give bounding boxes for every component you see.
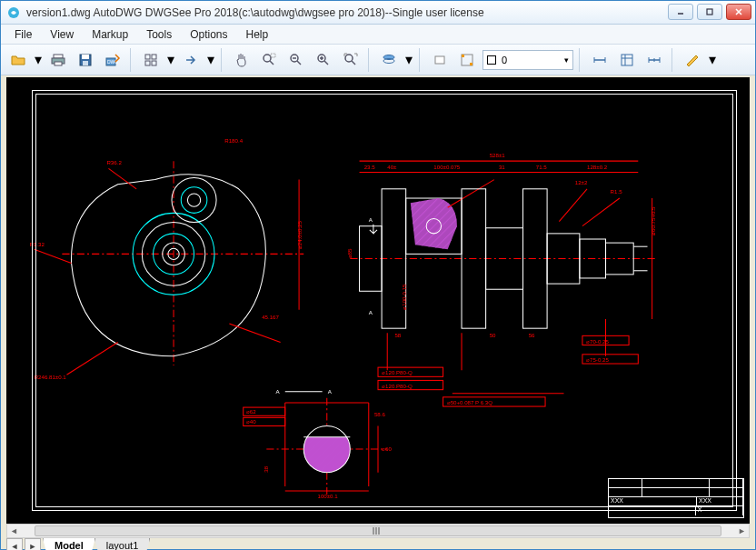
maximize-button[interactable] — [697, 4, 722, 20]
layer-combo-value: 0 — [496, 55, 564, 65]
pan-button[interactable] — [230, 48, 254, 72]
layers-dropdown[interactable]: ▾ — [404, 51, 413, 68]
app-icon — [6, 5, 21, 20]
close-button[interactable] — [726, 4, 751, 20]
drawing-frame-inner — [35, 94, 733, 507]
rectangle-button[interactable] — [428, 48, 452, 72]
export-dwg-button[interactable]: DWG — [101, 48, 124, 72]
svg-rect-11 — [145, 55, 150, 59]
titlebar: version1.dwg AutoDWG DWGSee Pro 2018(c:\… — [1, 1, 755, 25]
drawing-canvas[interactable]: R1.32 R36.2 45.167 R246.81±0.1 R180.4 ⌀2… — [6, 77, 750, 524]
layout-tabs: ◄ ► Model layout1 — [6, 536, 750, 550]
view-dropdown[interactable]: ▾ — [166, 51, 175, 68]
svg-line-26 — [352, 61, 355, 65]
layer-color-swatch — [487, 55, 496, 65]
menu-help[interactable]: Help — [238, 26, 277, 43]
svg-rect-36 — [622, 55, 632, 65]
window-title: version1.dwg AutoDWG DWGSee Pro 2018(c:\… — [26, 6, 668, 19]
svg-line-24 — [324, 61, 328, 65]
measure-area-button[interactable] — [615, 48, 639, 72]
svg-rect-5 — [55, 62, 62, 65]
svg-point-25 — [345, 55, 353, 62]
toolbar: ▾ DWG ▾ ▾ ▾ 0 ▾ ▾ — [1, 45, 755, 75]
svg-rect-2 — [707, 9, 712, 15]
svg-rect-8 — [83, 61, 88, 65]
minimize-button[interactable] — [668, 4, 693, 20]
markup-button[interactable] — [681, 48, 704, 72]
svg-rect-14 — [152, 61, 156, 65]
menubar: File View Markup Tools Options Help — [1, 25, 755, 45]
svg-point-15 — [264, 55, 271, 62]
thumbnail-view-button[interactable] — [139, 48, 163, 72]
menu-file[interactable]: File — [6, 26, 40, 43]
titleblock-field-2: XXX — [697, 497, 743, 505]
zoom-in-button[interactable] — [312, 48, 335, 72]
svg-rect-17 — [271, 54, 275, 57]
zoom-window-button[interactable] — [257, 48, 281, 72]
menu-markup[interactable]: Markup — [84, 26, 136, 43]
svg-rect-12 — [152, 55, 156, 59]
zoom-extents-button[interactable] — [339, 48, 363, 72]
tab-model[interactable]: Model — [43, 538, 95, 550]
snap-button[interactable] — [455, 48, 479, 72]
svg-rect-32 — [470, 63, 472, 65]
svg-line-20 — [297, 61, 301, 65]
svg-rect-13 — [145, 61, 150, 65]
menu-view[interactable]: View — [42, 26, 82, 43]
tab-prev-button[interactable]: ◄ — [6, 538, 23, 550]
scroll-thumb[interactable] — [35, 525, 721, 536]
tab-layout1[interactable]: layout1 — [94, 538, 150, 550]
menu-options[interactable]: Options — [182, 26, 235, 43]
print-button[interactable] — [46, 48, 70, 72]
open-button[interactable] — [6, 48, 30, 72]
app-window: version1.dwg AutoDWG DWGSee Pro 2018(c:\… — [0, 0, 756, 550]
tab-next-button[interactable]: ► — [25, 538, 41, 550]
menu-tools[interactable]: Tools — [138, 26, 180, 43]
svg-rect-31 — [462, 55, 464, 57]
measure-total-button[interactable] — [642, 48, 666, 72]
zoom-out-button[interactable] — [284, 48, 308, 72]
svg-line-16 — [270, 61, 274, 65]
canvas-area: R1.32 R36.2 45.167 R246.81±0.1 R180.4 ⌀2… — [1, 75, 755, 549]
layer-combo[interactable]: 0 ▾ — [482, 50, 573, 70]
markup-dropdown[interactable]: ▾ — [708, 51, 717, 68]
open-dropdown[interactable]: ▾ — [34, 51, 43, 68]
titleblock-field-1: XXX — [609, 497, 697, 505]
titleblock-field-3: X — [696, 506, 743, 515]
svg-rect-7 — [82, 55, 89, 59]
forward-button[interactable] — [179, 48, 203, 72]
measure-distance-button[interactable] — [588, 48, 612, 72]
layers-button[interactable] — [377, 48, 401, 72]
scroll-right-button[interactable]: ► — [735, 525, 749, 537]
chevron-down-icon: ▾ — [564, 55, 569, 65]
svg-rect-3 — [54, 55, 63, 58]
svg-rect-29 — [435, 56, 444, 64]
save-button[interactable] — [74, 48, 97, 72]
scroll-left-button[interactable]: ◄ — [7, 525, 21, 537]
title-block: XXX XXX X — [608, 478, 744, 518]
forward-dropdown[interactable]: ▾ — [206, 51, 215, 68]
